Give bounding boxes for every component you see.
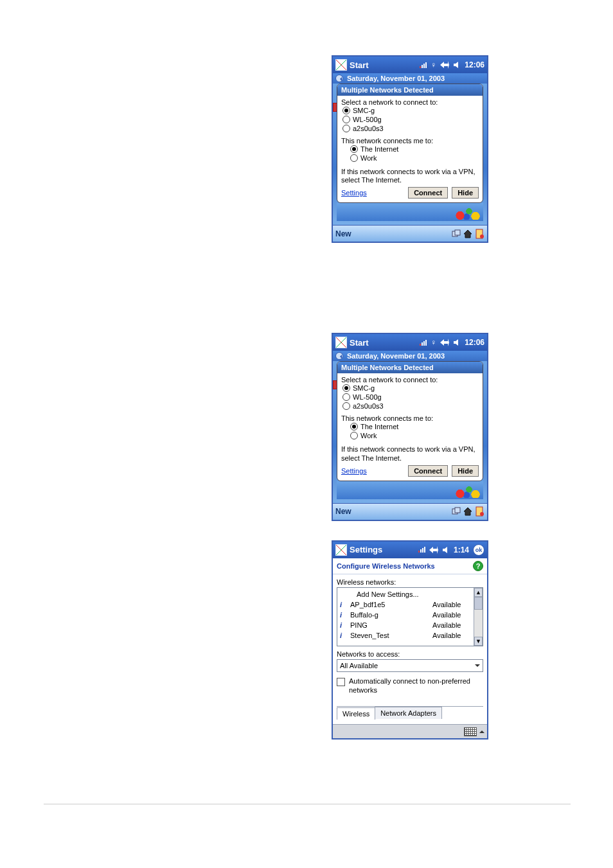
hide-button[interactable]: Hide bbox=[452, 465, 479, 477]
network-row[interactable]: i Buffalo-g Available bbox=[340, 610, 471, 620]
radio-icon bbox=[342, 384, 350, 392]
tray-sync-icon[interactable] bbox=[451, 506, 461, 517]
connects-to-label: This network connects me to: bbox=[341, 414, 479, 422]
home-icon[interactable] bbox=[463, 229, 473, 239]
sip-bar bbox=[333, 724, 487, 738]
chevron-up-icon[interactable] bbox=[479, 728, 484, 733]
screenshot-network-detected-2: Start ♀ 12:06 Saturday, November 01, 200… bbox=[332, 333, 488, 520]
settings-link[interactable]: Settings bbox=[341, 189, 367, 197]
network-option[interactable]: SMC-g bbox=[341, 384, 479, 393]
page-divider bbox=[44, 804, 571, 804]
windows-flag-icon bbox=[455, 484, 481, 498]
network-row[interactable]: i AP_bdf1e5 Available bbox=[340, 599, 471, 610]
scroll-up-icon[interactable]: ▲ bbox=[474, 588, 483, 597]
desktop-background: Multiple Networks Detected Select a netw… bbox=[333, 84, 487, 225]
screenshot-configure-wireless: Settings 1:14 ok Configure Wireless Netw… bbox=[332, 540, 488, 740]
auto-connect-label: Automatically connect to non-preferred n… bbox=[349, 677, 483, 695]
back-icon[interactable] bbox=[335, 352, 343, 360]
new-menu[interactable]: New bbox=[335, 229, 351, 238]
title-bar[interactable]: Settings 1:14 ok bbox=[333, 542, 487, 558]
new-menu[interactable]: New bbox=[335, 507, 351, 516]
network-status: Available bbox=[432, 620, 471, 630]
start-flag-icon bbox=[335, 59, 347, 71]
ok-button[interactable]: ok bbox=[473, 544, 484, 556]
settings-link[interactable]: Settings bbox=[341, 467, 367, 475]
clock: 12:06 bbox=[465, 60, 484, 69]
radio-icon bbox=[342, 116, 350, 123]
system-tray: ♀ 12:06 bbox=[420, 338, 484, 347]
radio-icon bbox=[342, 107, 350, 114]
bluetooth-icon: ♀ bbox=[431, 60, 436, 69]
auto-connect-checkbox-row[interactable]: Automatically connect to non-preferred n… bbox=[337, 677, 483, 695]
network-option[interactable]: WL-500g bbox=[341, 393, 479, 402]
scrollbar[interactable]: ▲ ▼ bbox=[474, 588, 483, 646]
tab-network-adapters[interactable]: Network Adapters bbox=[375, 707, 442, 719]
start-label: Start bbox=[350, 60, 369, 70]
bluetooth-icon: ♀ bbox=[431, 338, 436, 347]
wireless-networks-list[interactable]: Add New Settings... i AP_bdf1e5 Availabl… bbox=[337, 587, 483, 646]
network-bubble: Multiple Networks Detected Select a netw… bbox=[337, 361, 483, 481]
tray-sync-icon[interactable] bbox=[451, 229, 461, 239]
command-bar: New bbox=[333, 503, 487, 520]
page-header-text: Configure Wireless Networks bbox=[337, 562, 435, 570]
today-date: Saturday, November 01, 2003 bbox=[347, 75, 445, 82]
today-date-bar: Saturday, November 01, 2003 bbox=[333, 351, 487, 361]
windows-flag-icon bbox=[455, 206, 481, 220]
connects-option[interactable]: The Internet bbox=[341, 145, 479, 154]
network-name: a2s0u0s3 bbox=[353, 402, 384, 410]
alert-icon[interactable] bbox=[474, 506, 484, 517]
connect-button[interactable]: Connect bbox=[408, 465, 448, 477]
connects-option[interactable]: Work bbox=[341, 431, 479, 440]
network-name: SMC-g bbox=[353, 107, 375, 114]
title-bar[interactable]: Start ♀ 12:06 bbox=[333, 334, 487, 351]
network-option[interactable]: a2s0u0s3 bbox=[341, 402, 479, 411]
connects-option[interactable]: The Internet bbox=[341, 422, 479, 431]
connect-button[interactable]: Connect bbox=[408, 187, 448, 199]
network-row[interactable]: i PING Available bbox=[340, 620, 471, 630]
network-name: a2s0u0s3 bbox=[353, 125, 384, 132]
checkbox-icon[interactable] bbox=[337, 678, 345, 686]
svg-rect-5 bbox=[455, 508, 460, 513]
network-option[interactable]: WL-500g bbox=[341, 115, 479, 124]
speaker-icon bbox=[442, 546, 450, 554]
network-status: Available bbox=[432, 630, 471, 641]
dropdown-value: All Available bbox=[340, 662, 378, 669]
select-network-label: Select a network to connect to: bbox=[341, 98, 479, 106]
home-icon[interactable] bbox=[463, 506, 473, 517]
back-icon[interactable] bbox=[335, 75, 343, 82]
alert-icon[interactable] bbox=[474, 229, 484, 239]
network-name: AP_bdf1e5 bbox=[348, 599, 432, 610]
sync-icon bbox=[440, 61, 449, 69]
bubble-title: Multiple Networks Detected bbox=[337, 362, 483, 373]
connects-name: The Internet bbox=[360, 145, 398, 153]
start-flag-icon bbox=[335, 544, 347, 556]
hide-button[interactable]: Hide bbox=[452, 187, 479, 199]
radio-icon bbox=[342, 393, 350, 401]
connects-option[interactable]: Work bbox=[341, 154, 479, 163]
svg-point-7 bbox=[480, 512, 484, 516]
keyboard-icon[interactable] bbox=[464, 727, 477, 736]
radio-icon bbox=[350, 145, 358, 153]
network-row[interactable]: i Steven_Test Available bbox=[340, 630, 471, 641]
add-new-item[interactable]: Add New Settings... bbox=[340, 589, 471, 599]
scroll-down-icon[interactable]: ▼ bbox=[474, 637, 483, 646]
networks-to-access-dropdown[interactable]: All Available bbox=[337, 659, 483, 672]
title-bar[interactable]: Start ♀ 12:06 bbox=[333, 57, 487, 73]
chevron-down-icon bbox=[475, 664, 480, 669]
help-icon[interactable]: ? bbox=[473, 561, 483, 571]
tab-wireless[interactable]: Wireless bbox=[337, 707, 375, 720]
network-option[interactable]: a2s0u0s3 bbox=[341, 124, 479, 133]
start-label: Start bbox=[350, 338, 369, 348]
network-name: Buffalo-g bbox=[348, 610, 432, 620]
add-new-label: Add New Settings... bbox=[348, 589, 432, 599]
scroll-thumb[interactable] bbox=[474, 597, 483, 610]
system-tray: ♀ 12:06 bbox=[420, 60, 484, 69]
network-option[interactable]: SMC-g bbox=[341, 106, 479, 115]
tab-bar: Wireless Network Adapters bbox=[337, 706, 483, 719]
desktop-slice bbox=[337, 481, 483, 499]
clock: 12:06 bbox=[465, 338, 484, 347]
desktop-slice bbox=[337, 203, 483, 221]
signal-icon bbox=[420, 340, 427, 346]
radio-icon bbox=[350, 154, 358, 162]
connects-to-label: This network connects me to: bbox=[341, 137, 479, 145]
